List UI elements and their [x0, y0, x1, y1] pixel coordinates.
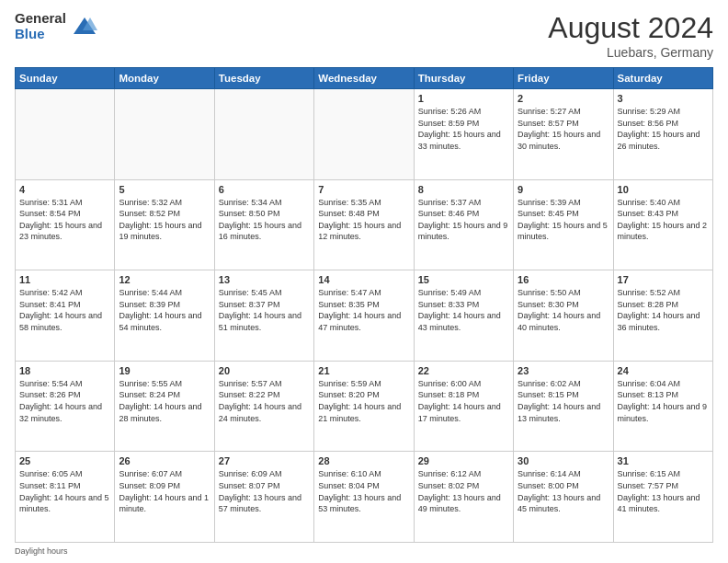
day-number: 6 — [219, 184, 310, 195]
day-number: 13 — [219, 274, 310, 285]
day-cell: 18Sunrise: 5:54 AM Sunset: 8:26 PM Dayli… — [16, 361, 115, 452]
day-info: Sunrise: 5:26 AM Sunset: 8:59 PM Dayligh… — [418, 106, 509, 152]
day-info: Sunrise: 5:47 AM Sunset: 8:35 PM Dayligh… — [318, 287, 409, 333]
day-info: Sunrise: 5:42 AM Sunset: 8:41 PM Dayligh… — [19, 287, 110, 333]
day-cell: 25Sunrise: 6:05 AM Sunset: 8:11 PM Dayli… — [16, 452, 115, 543]
day-number: 15 — [418, 274, 509, 285]
day-cell: 22Sunrise: 6:00 AM Sunset: 8:18 PM Dayli… — [414, 361, 513, 452]
header-day-friday: Friday — [514, 68, 613, 89]
logo: General Blue — [15, 11, 97, 41]
day-number: 4 — [19, 184, 110, 195]
day-cell: 24Sunrise: 6:04 AM Sunset: 8:13 PM Dayli… — [613, 361, 712, 452]
week-row-5: 25Sunrise: 6:05 AM Sunset: 8:11 PM Dayli… — [16, 452, 713, 543]
day-info: Sunrise: 5:50 AM Sunset: 8:30 PM Dayligh… — [518, 287, 609, 333]
day-number: 2 — [518, 93, 609, 104]
day-number: 30 — [518, 455, 609, 466]
day-cell: 30Sunrise: 6:14 AM Sunset: 8:00 PM Dayli… — [514, 452, 613, 543]
day-info: Sunrise: 5:34 AM Sunset: 8:50 PM Dayligh… — [219, 197, 310, 243]
day-cell: 9Sunrise: 5:39 AM Sunset: 8:45 PM Daylig… — [514, 179, 613, 270]
day-cell: 4Sunrise: 5:31 AM Sunset: 8:54 PM Daylig… — [16, 179, 115, 270]
day-info: Sunrise: 5:55 AM Sunset: 8:24 PM Dayligh… — [119, 378, 210, 424]
day-number: 22 — [418, 365, 509, 376]
day-number: 24 — [618, 365, 709, 376]
day-cell: 28Sunrise: 6:10 AM Sunset: 8:04 PM Dayli… — [314, 452, 414, 543]
day-info: Sunrise: 6:14 AM Sunset: 8:00 PM Dayligh… — [518, 468, 609, 514]
day-cell: 26Sunrise: 6:07 AM Sunset: 8:09 PM Dayli… — [115, 452, 214, 543]
day-cell: 3Sunrise: 5:29 AM Sunset: 8:56 PM Daylig… — [613, 89, 712, 180]
header-day-sunday: Sunday — [16, 68, 115, 89]
day-number: 27 — [219, 455, 310, 466]
day-info: Sunrise: 6:05 AM Sunset: 8:11 PM Dayligh… — [19, 468, 110, 514]
day-number: 7 — [318, 184, 409, 195]
day-info: Sunrise: 5:54 AM Sunset: 8:26 PM Dayligh… — [19, 378, 110, 424]
day-cell: 16Sunrise: 5:50 AM Sunset: 8:30 PM Dayli… — [514, 270, 613, 362]
day-cell: 10Sunrise: 5:40 AM Sunset: 8:43 PM Dayli… — [613, 179, 712, 270]
week-row-2: 4Sunrise: 5:31 AM Sunset: 8:54 PM Daylig… — [16, 179, 713, 270]
header-day-saturday: Saturday — [613, 68, 712, 89]
day-info: Sunrise: 5:27 AM Sunset: 8:57 PM Dayligh… — [518, 106, 609, 152]
month-year: August 2024 — [548, 11, 713, 45]
day-info: Sunrise: 5:37 AM Sunset: 8:46 PM Dayligh… — [418, 197, 509, 243]
day-number: 10 — [618, 184, 709, 195]
day-cell: 12Sunrise: 5:44 AM Sunset: 8:39 PM Dayli… — [115, 270, 214, 362]
day-cell: 19Sunrise: 5:55 AM Sunset: 8:24 PM Dayli… — [115, 361, 214, 452]
week-row-4: 18Sunrise: 5:54 AM Sunset: 8:26 PM Dayli… — [16, 361, 713, 452]
day-cell: 11Sunrise: 5:42 AM Sunset: 8:41 PM Dayli… — [16, 270, 115, 362]
day-cell — [16, 89, 115, 180]
day-number: 14 — [318, 274, 409, 285]
day-cell: 5Sunrise: 5:32 AM Sunset: 8:52 PM Daylig… — [115, 179, 214, 270]
day-cell — [214, 89, 313, 180]
footer-text: Daylight hours — [15, 546, 68, 556]
day-cell: 29Sunrise: 6:12 AM Sunset: 8:02 PM Dayli… — [414, 452, 513, 543]
day-number: 20 — [219, 365, 310, 376]
day-number: 25 — [19, 455, 110, 466]
logo-text: General Blue — [15, 11, 66, 41]
day-cell: 13Sunrise: 5:45 AM Sunset: 8:37 PM Dayli… — [214, 270, 313, 362]
day-cell: 20Sunrise: 5:57 AM Sunset: 8:22 PM Dayli… — [214, 361, 313, 452]
day-cell: 6Sunrise: 5:34 AM Sunset: 8:50 PM Daylig… — [214, 179, 313, 270]
day-info: Sunrise: 5:57 AM Sunset: 8:22 PM Dayligh… — [219, 378, 310, 424]
header-day-tuesday: Tuesday — [214, 68, 313, 89]
logo-blue: Blue — [15, 27, 66, 42]
day-info: Sunrise: 6:02 AM Sunset: 8:15 PM Dayligh… — [518, 378, 609, 424]
day-info: Sunrise: 5:39 AM Sunset: 8:45 PM Dayligh… — [518, 197, 609, 243]
day-number: 28 — [318, 455, 409, 466]
week-row-1: 1Sunrise: 5:26 AM Sunset: 8:59 PM Daylig… — [16, 89, 713, 180]
logo-general: General — [15, 11, 66, 27]
day-number: 18 — [19, 365, 110, 376]
week-row-3: 11Sunrise: 5:42 AM Sunset: 8:41 PM Dayli… — [16, 270, 713, 362]
day-cell — [314, 89, 414, 180]
day-info: Sunrise: 5:29 AM Sunset: 8:56 PM Dayligh… — [618, 106, 709, 152]
day-info: Sunrise: 5:40 AM Sunset: 8:43 PM Dayligh… — [618, 197, 709, 243]
day-cell: 8Sunrise: 5:37 AM Sunset: 8:46 PM Daylig… — [414, 179, 513, 270]
day-cell — [115, 89, 214, 180]
title-block: August 2024 Luebars, Germany — [548, 11, 713, 60]
page: General Blue August 2024 Luebars, German… — [0, 0, 728, 563]
day-cell: 17Sunrise: 5:52 AM Sunset: 8:28 PM Dayli… — [613, 270, 712, 362]
day-info: Sunrise: 6:07 AM Sunset: 8:09 PM Dayligh… — [119, 468, 210, 514]
day-info: Sunrise: 5:32 AM Sunset: 8:52 PM Dayligh… — [119, 197, 210, 243]
day-cell: 1Sunrise: 5:26 AM Sunset: 8:59 PM Daylig… — [414, 89, 513, 180]
day-cell: 7Sunrise: 5:35 AM Sunset: 8:48 PM Daylig… — [314, 179, 414, 270]
day-number: 21 — [318, 365, 409, 376]
day-number: 29 — [418, 455, 509, 466]
day-cell: 31Sunrise: 6:15 AM Sunset: 7:57 PM Dayli… — [613, 452, 712, 543]
footer: Daylight hours — [15, 546, 713, 556]
header-day-wednesday: Wednesday — [314, 68, 414, 89]
day-number: 5 — [119, 184, 210, 195]
header-row: SundayMondayTuesdayWednesdayThursdayFrid… — [16, 68, 713, 89]
calendar-header: SundayMondayTuesdayWednesdayThursdayFrid… — [16, 68, 713, 89]
day-cell: 2Sunrise: 5:27 AM Sunset: 8:57 PM Daylig… — [514, 89, 613, 180]
day-cell: 21Sunrise: 5:59 AM Sunset: 8:20 PM Dayli… — [314, 361, 414, 452]
calendar-body: 1Sunrise: 5:26 AM Sunset: 8:59 PM Daylig… — [16, 89, 713, 543]
day-number: 17 — [618, 274, 709, 285]
day-number: 1 — [418, 93, 509, 104]
day-info: Sunrise: 6:00 AM Sunset: 8:18 PM Dayligh… — [418, 378, 509, 424]
header-day-monday: Monday — [115, 68, 214, 89]
day-info: Sunrise: 5:52 AM Sunset: 8:28 PM Dayligh… — [618, 287, 709, 333]
day-number: 31 — [618, 455, 709, 466]
day-info: Sunrise: 5:44 AM Sunset: 8:39 PM Dayligh… — [119, 287, 210, 333]
day-number: 16 — [518, 274, 609, 285]
day-number: 12 — [119, 274, 210, 285]
calendar: SundayMondayTuesdayWednesdayThursdayFrid… — [15, 67, 713, 543]
